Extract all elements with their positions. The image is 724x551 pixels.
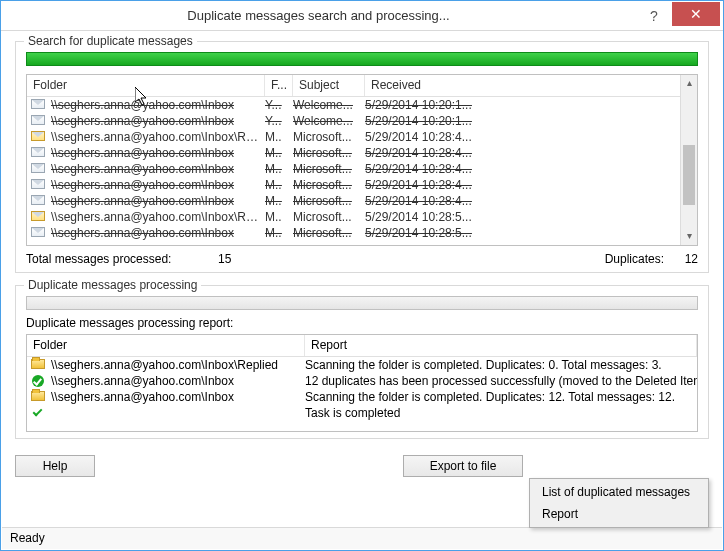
envelope-icon (31, 147, 47, 159)
folder-icon (31, 359, 47, 371)
row-received: 5/29/2014 10:28:5... (365, 209, 681, 225)
col-subject[interactable]: Subject (293, 75, 365, 96)
duplicates-label: Duplicates: (605, 252, 664, 266)
envelope-icon (31, 131, 47, 143)
check-icon (31, 407, 47, 419)
row-received: 5/29/2014 10:28:4... (365, 129, 681, 145)
export-menu[interactable]: List of duplicated messages Report (529, 478, 709, 528)
row-from: Y... (265, 97, 293, 113)
window-title: Duplicate messages search and processing… (1, 8, 636, 23)
table-row[interactable]: \\seghers.anna@yahoo.com\InboxM..Microso… (27, 161, 697, 177)
row-received: 5/29/2014 10:20:1... (365, 113, 681, 129)
row-subject: Microsoft... (293, 161, 365, 177)
row-subject: Microsoft... (293, 193, 365, 209)
table-row[interactable]: \\seghers.anna@yahoo.com\InboxY...Welcom… (27, 113, 697, 129)
report-row-text: Scanning the folder is completed. Duplic… (305, 357, 697, 373)
col-received[interactable]: Received (365, 75, 681, 96)
envelope-icon (31, 179, 47, 191)
status-text: Ready (10, 531, 45, 545)
row-subject: Welcome... (293, 113, 365, 129)
row-received: 5/29/2014 10:28:4... (365, 177, 681, 193)
stats-row: Total messages processed: 15 Duplicates:… (26, 252, 698, 266)
report-row-folder: \\seghers.anna@yahoo.com\Inbox\Replied (51, 357, 305, 373)
row-folder: \\seghers.anna@yahoo.com\Inbox (51, 97, 265, 113)
scroll-down-icon[interactable]: ▾ (681, 228, 697, 245)
export-menu-duplicated-list[interactable]: List of duplicated messages (532, 481, 706, 503)
table-row[interactable]: \\seghers.anna@yahoo.com\Inbox\RepliedM.… (27, 209, 697, 225)
row-subject: Microsoft... (293, 145, 365, 161)
report-list[interactable]: Folder Report \\seghers.anna@yahoo.com\I… (26, 334, 698, 432)
report-col-report[interactable]: Report (305, 335, 697, 356)
scroll-up-icon[interactable]: ▴ (681, 75, 697, 92)
report-row-folder: \\seghers.anna@yahoo.com\Inbox (51, 373, 305, 389)
help-button[interactable]: Help (15, 455, 95, 477)
col-from[interactable]: F... (265, 75, 293, 96)
processing-group: Duplicate messages processing Duplicate … (15, 285, 709, 439)
duplicates-list-header: Folder F... Subject Received (27, 75, 697, 97)
search-group-label: Search for duplicate messages (24, 34, 197, 48)
duplicates-value: 12 (664, 252, 698, 266)
table-row[interactable]: \\seghers.anna@yahoo.com\InboxM..Microso… (27, 177, 697, 193)
row-subject: Microsoft... (293, 225, 365, 241)
duplicates-scrollbar[interactable]: ▴ ▾ (680, 75, 697, 245)
scroll-thumb[interactable] (683, 145, 695, 205)
report-row[interactable]: \\seghers.anna@yahoo.com\InboxScanning t… (27, 389, 697, 405)
row-from: M.. (265, 145, 293, 161)
row-folder: \\seghers.anna@yahoo.com\Inbox (51, 145, 265, 161)
table-row[interactable]: \\seghers.anna@yahoo.com\InboxM..Microso… (27, 145, 697, 161)
row-received: 5/29/2014 10:28:5... (365, 225, 681, 241)
row-received: 5/29/2014 10:28:4... (365, 145, 681, 161)
table-row[interactable]: \\seghers.anna@yahoo.com\InboxM..Microso… (27, 193, 697, 209)
success-icon (31, 375, 47, 387)
report-list-header: Folder Report (27, 335, 697, 357)
row-subject: Microsoft... (293, 209, 365, 225)
table-row[interactable]: \\seghers.anna@yahoo.com\InboxY...Welcom… (27, 97, 697, 113)
envelope-icon (31, 115, 47, 127)
row-from: M.. (265, 177, 293, 193)
report-row[interactable]: \\seghers.anna@yahoo.com\Inbox\RepliedSc… (27, 357, 697, 373)
row-folder: \\seghers.anna@yahoo.com\Inbox (51, 193, 265, 209)
envelope-icon (31, 227, 47, 239)
envelope-icon (31, 163, 47, 175)
processing-progress-bar (26, 296, 698, 310)
row-from: M.. (265, 129, 293, 145)
report-row-folder: \\seghers.anna@yahoo.com\Inbox (51, 389, 305, 405)
export-button[interactable]: Export to file (403, 455, 523, 477)
table-row[interactable]: \\seghers.anna@yahoo.com\Inbox\RepliedM.… (27, 129, 697, 145)
search-progress-bar (26, 52, 698, 66)
title-bar: Duplicate messages search and processing… (1, 1, 723, 31)
processed-label: Total messages processed: (26, 252, 171, 266)
row-folder: \\seghers.anna@yahoo.com\Inbox\Replied (51, 209, 265, 225)
row-subject: Microsoft... (293, 177, 365, 193)
table-row[interactable]: \\seghers.anna@yahoo.com\InboxM..Microso… (27, 225, 697, 241)
folder-icon (31, 391, 47, 403)
report-row-text: Scanning the folder is completed. Duplic… (305, 389, 697, 405)
row-folder: \\seghers.anna@yahoo.com\Inbox (51, 177, 265, 193)
col-folder[interactable]: Folder (27, 75, 265, 96)
export-menu-report[interactable]: Report (532, 503, 706, 525)
envelope-icon (31, 195, 47, 207)
report-row[interactable]: Task is completed (27, 405, 697, 421)
row-folder: \\seghers.anna@yahoo.com\Inbox (51, 161, 265, 177)
duplicates-list[interactable]: Folder F... Subject Received \\seghers.a… (26, 74, 698, 246)
row-from: M.. (265, 225, 293, 241)
report-row[interactable]: \\seghers.anna@yahoo.com\Inbox12 duplica… (27, 373, 697, 389)
row-folder: \\seghers.anna@yahoo.com\Inbox (51, 113, 265, 129)
report-row-text: 12 duplicates has been processed success… (305, 373, 697, 389)
search-group: Search for duplicate messages Folder F..… (15, 41, 709, 273)
status-bar: Ready (2, 527, 722, 549)
row-folder: \\seghers.anna@yahoo.com\Inbox\Replied (51, 129, 265, 145)
report-label: Duplicate messages processing report: (26, 316, 698, 330)
help-icon[interactable]: ? (636, 4, 672, 28)
processing-group-label: Duplicate messages processing (24, 278, 201, 292)
report-col-folder[interactable]: Folder (27, 335, 305, 356)
row-from: M.. (265, 209, 293, 225)
row-from: Y... (265, 113, 293, 129)
row-received: 5/29/2014 10:20:1... (365, 97, 681, 113)
envelope-icon (31, 211, 47, 223)
close-button[interactable]: ✕ (672, 2, 720, 26)
row-received: 5/29/2014 10:28:4... (365, 193, 681, 209)
report-row-text: Task is completed (305, 405, 697, 421)
processed-value: 15 (171, 252, 231, 266)
report-row-folder (51, 405, 305, 421)
